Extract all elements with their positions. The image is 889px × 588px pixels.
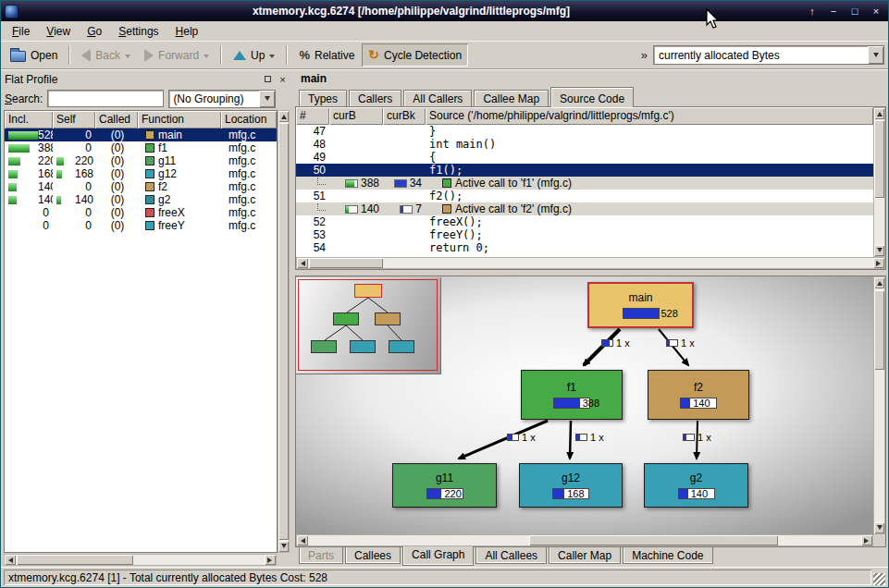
table-row-f2[interactable]: 140 0 (0) f2 mfg.c — [5, 180, 277, 193]
graph-node-g2[interactable]: g2 140 — [644, 463, 748, 508]
source-line[interactable]: 49 { — [296, 151, 873, 164]
maximize-button[interactable]: □ — [846, 4, 863, 18]
column-source[interactable]: Source ('/home/philippe/valgrind/littlep… — [426, 107, 873, 125]
table-row-g12[interactable]: 168 168 (0) g12 mfg.c — [5, 167, 277, 180]
tab-callee-map[interactable]: Callee Map — [474, 90, 549, 106]
event-type-combobox[interactable]: currently allocated Bytes — [653, 45, 884, 65]
function-color-icon — [145, 221, 154, 230]
scrollbar-thumb[interactable] — [309, 258, 383, 268]
tab-caller-map[interactable]: Caller Map — [549, 547, 621, 564]
tab-machine-code[interactable]: Machine Code — [623, 547, 712, 564]
grouping-combobox[interactable]: (No Grouping) — [168, 90, 276, 108]
graph-node-main[interactable]: main 528 — [587, 282, 694, 328]
table-row-freeY[interactable]: 0 0 (0) freeY mfg.c — [5, 219, 277, 232]
tab-all-callers[interactable]: All Callers — [403, 90, 472, 106]
scroll-up-button[interactable] — [874, 277, 884, 288]
tab-all-callees[interactable]: All Callees — [475, 547, 547, 564]
graph-horizontal-scrollbar[interactable] — [296, 534, 873, 546]
source-line-selected[interactable]: 50 f1(); — [296, 164, 873, 177]
dock-close-button[interactable]: × — [277, 73, 289, 85]
table-row-g11[interactable]: 220 220 (0) g11 mfg.c — [5, 154, 277, 167]
graph-overview-minimap[interactable] — [296, 277, 441, 374]
source-line[interactable]: 51 f2(); — [296, 190, 873, 202]
flat-profile-dock: Flat Profile × Search: (No Grouping) Inc… — [1, 70, 290, 567]
graph-node-f1[interactable]: f1 388 — [521, 370, 623, 420]
back-button[interactable]: Back — [75, 43, 137, 67]
source-call-annotation[interactable]: 388 34 Active call to 'f1' (mfg.c) — [296, 177, 873, 190]
menu-settings[interactable]: Settings — [110, 22, 167, 41]
minimize-button[interactable]: − — [825, 4, 842, 18]
table-row-g2[interactable]: 140 140 (0) g2 mfg.c — [5, 193, 277, 206]
column-called[interactable]: Called — [95, 111, 138, 129]
scroll-left-button[interactable] — [297, 258, 308, 268]
scroll-down-button[interactable] — [874, 245, 884, 256]
column-curB[interactable]: curB — [329, 107, 383, 125]
scroll-up-button[interactable] — [278, 111, 289, 122]
flat-profile-horizontal-scrollbar[interactable] — [4, 554, 277, 566]
source-line[interactable]: 48 int main() — [296, 138, 873, 151]
edge-label: 1 x — [666, 337, 695, 349]
scroll-right-button[interactable] — [861, 535, 872, 545]
scroll-left-button[interactable] — [5, 555, 16, 565]
toolbar-overflow-button[interactable]: » — [636, 48, 652, 62]
minimap-viewport[interactable] — [298, 279, 438, 371]
scroll-left-button[interactable] — [297, 535, 308, 545]
tab-callees[interactable]: Callees — [345, 547, 401, 564]
cycle-detection-toggle-button[interactable]: ↻ Cycle Detection — [362, 43, 468, 67]
dock-float-button[interactable] — [262, 73, 274, 85]
scrollbar-thumb[interactable] — [17, 555, 133, 565]
source-line[interactable]: 52 freeX(); — [296, 215, 873, 228]
scrollbar-thumb[interactable] — [874, 120, 884, 198]
column-incl[interactable]: Incl. — [5, 111, 53, 129]
forward-button[interactable]: Forward — [138, 43, 216, 67]
menu-help[interactable]: Help — [167, 22, 207, 41]
combo-arrow-button[interactable] — [259, 91, 275, 107]
source-horizontal-scrollbar[interactable] — [296, 257, 885, 269]
flat-profile-vertical-scrollbar[interactable] — [278, 110, 290, 553]
up-button[interactable]: Up — [227, 43, 281, 67]
tab-source-code[interactable]: Source Code — [550, 87, 634, 107]
resize-grip[interactable] — [873, 573, 885, 585]
scroll-down-button[interactable] — [278, 541, 289, 552]
tab-callers[interactable]: Callers — [349, 90, 401, 106]
tab-parts[interactable]: Parts — [299, 547, 343, 564]
relative-toggle-button[interactable]: % Relative — [292, 43, 361, 67]
source-line[interactable]: 53 freeY(); — [296, 228, 873, 241]
column-location[interactable]: Location — [221, 111, 277, 129]
menu-file[interactable]: File — [4, 22, 38, 41]
column-line[interactable]: # — [296, 107, 329, 125]
combo-arrow-button[interactable] — [868, 46, 883, 64]
graph-node-g11[interactable]: g11 220 — [392, 463, 497, 508]
tab-types[interactable]: Types — [299, 90, 347, 106]
scroll-up-button[interactable] — [874, 108, 884, 119]
scroll-down-button[interactable] — [874, 522, 884, 533]
graph-node-g12[interactable]: g12 168 — [519, 463, 623, 508]
close-button[interactable]: × — [868, 4, 884, 18]
scroll-right-button[interactable] — [873, 258, 884, 268]
graph-vertical-scrollbar[interactable] — [873, 276, 885, 534]
menu-view[interactable]: View — [38, 22, 79, 41]
table-row-f1[interactable]: 388 0 (0) f1 mfg.c — [5, 141, 277, 154]
search-input[interactable] — [47, 90, 164, 107]
open-button[interactable]: Open — [4, 43, 64, 67]
table-row-main[interactable]: 528 0 (0) main mfg.c — [5, 129, 277, 141]
tab-call-graph[interactable]: Call Graph — [402, 546, 474, 566]
call-graph-canvas[interactable]: main 528 f1 388 f2 140 g11 — [296, 276, 873, 534]
titlebar[interactable]: xtmemory.kcg.6274 [/home/philippe/valgri… — [1, 1, 888, 21]
column-function[interactable]: Function — [138, 111, 221, 129]
source-vertical-scrollbar[interactable] — [873, 107, 885, 257]
menu-go[interactable]: Go — [79, 22, 110, 41]
scrollbar-thumb[interactable] — [874, 290, 884, 370]
shade-button[interactable]: ↑ — [804, 4, 821, 18]
scrollbar-thumb[interactable] — [278, 123, 289, 540]
open-folder-icon — [10, 51, 26, 62]
column-curBk[interactable]: curBk — [383, 107, 426, 125]
scroll-right-button[interactable] — [265, 555, 276, 565]
graph-node-f2[interactable]: f2 140 — [648, 370, 749, 420]
source-line[interactable]: 47 } — [296, 125, 873, 138]
table-row-freeX[interactable]: 0 0 (0) freeX mfg.c — [5, 206, 277, 219]
source-line[interactable]: 54 return 0; — [296, 241, 873, 254]
source-call-annotation[interactable]: 140 7 Active call to 'f2' (mfg.c) — [296, 202, 873, 215]
scrollbar-thumb[interactable] — [529, 535, 778, 545]
column-self[interactable]: Self — [53, 111, 95, 129]
